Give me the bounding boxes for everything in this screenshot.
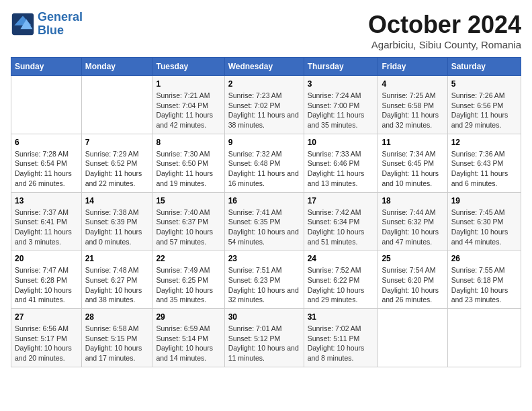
day-number: 5 <box>451 79 517 89</box>
calendar-cell: 26Sunrise: 7:55 AMSunset: 6:18 PMDayligh… <box>447 250 521 309</box>
day-info: Sunrise: 7:49 AMSunset: 6:25 PMDaylight:… <box>156 265 220 305</box>
day-info: Sunrise: 7:32 AMSunset: 6:48 PMDaylight:… <box>228 149 300 189</box>
logo-text: General Blue <box>38 11 83 38</box>
day-number: 28 <box>85 312 149 322</box>
day-number: 14 <box>85 196 149 205</box>
day-number: 11 <box>382 138 443 147</box>
day-number: 27 <box>15 312 78 322</box>
day-info: Sunrise: 7:25 AMSunset: 6:58 PMDaylight:… <box>382 91 443 130</box>
calendar-cell <box>378 309 447 367</box>
column-header-saturday: Saturday <box>447 58 521 76</box>
subtitle: Agarbiciu, Sibiu County, Romania <box>368 39 521 50</box>
day-info: Sunrise: 7:36 AMSunset: 6:43 PMDaylight:… <box>451 149 517 189</box>
column-header-sunday: Sunday <box>11 58 82 76</box>
calendar-cell: 6Sunrise: 7:28 AMSunset: 6:54 PMDaylight… <box>11 134 82 192</box>
main-title: October 2024 <box>368 11 521 39</box>
calendar-cell: 29Sunrise: 6:59 AMSunset: 5:14 PMDayligh… <box>152 309 224 367</box>
day-number: 16 <box>228 196 300 205</box>
day-info: Sunrise: 7:30 AMSunset: 6:50 PMDaylight:… <box>156 149 220 189</box>
calendar-table: SundayMondayTuesdayWednesdayThursdayFrid… <box>11 57 521 367</box>
calendar-cell: 14Sunrise: 7:38 AMSunset: 6:39 PMDayligh… <box>81 192 152 250</box>
calendar-cell: 13Sunrise: 7:37 AMSunset: 6:41 PMDayligh… <box>11 192 82 250</box>
day-info: Sunrise: 7:28 AMSunset: 6:54 PMDaylight:… <box>15 149 78 189</box>
day-number: 23 <box>228 254 300 263</box>
calendar-cell: 5Sunrise: 7:26 AMSunset: 6:56 PMDaylight… <box>447 76 521 134</box>
calendar-cell <box>447 309 521 367</box>
day-info: Sunrise: 7:55 AMSunset: 6:18 PMDaylight:… <box>451 265 517 305</box>
day-number: 30 <box>228 312 300 322</box>
logo-line2: Blue <box>38 24 64 37</box>
logo-icon <box>11 12 35 36</box>
day-info: Sunrise: 7:54 AMSunset: 6:20 PMDaylight:… <box>382 265 443 305</box>
calendar-cell: 15Sunrise: 7:40 AMSunset: 6:37 PMDayligh… <box>152 192 224 250</box>
logo: General Blue <box>11 11 83 38</box>
day-info: Sunrise: 7:34 AMSunset: 6:45 PMDaylight:… <box>382 149 443 189</box>
day-number: 2 <box>228 79 300 89</box>
day-info: Sunrise: 6:56 AMSunset: 5:17 PMDaylight:… <box>15 324 78 363</box>
calendar-cell: 23Sunrise: 7:51 AMSunset: 6:23 PMDayligh… <box>224 250 304 309</box>
day-number: 21 <box>85 254 149 263</box>
day-info: Sunrise: 7:02 AMSunset: 5:11 PMDaylight:… <box>308 324 375 363</box>
day-info: Sunrise: 7:42 AMSunset: 6:34 PMDaylight:… <box>308 208 375 247</box>
calendar-cell: 18Sunrise: 7:44 AMSunset: 6:32 PMDayligh… <box>378 192 447 250</box>
calendar-week-4: 20Sunrise: 7:47 AMSunset: 6:28 PMDayligh… <box>11 250 521 309</box>
day-number: 7 <box>85 138 149 147</box>
day-info: Sunrise: 7:40 AMSunset: 6:37 PMDaylight:… <box>156 208 220 247</box>
day-number: 3 <box>308 79 375 89</box>
calendar-cell: 17Sunrise: 7:42 AMSunset: 6:34 PMDayligh… <box>304 192 378 250</box>
day-info: Sunrise: 7:48 AMSunset: 6:27 PMDaylight:… <box>85 265 149 305</box>
calendar-cell: 3Sunrise: 7:24 AMSunset: 7:00 PMDaylight… <box>304 76 378 134</box>
day-number: 25 <box>382 254 443 263</box>
calendar-cell: 10Sunrise: 7:33 AMSunset: 6:46 PMDayligh… <box>304 134 378 192</box>
day-number: 13 <box>15 196 78 205</box>
day-info: Sunrise: 7:38 AMSunset: 6:39 PMDaylight:… <box>85 208 149 247</box>
day-info: Sunrise: 7:33 AMSunset: 6:46 PMDaylight:… <box>308 149 375 189</box>
day-info: Sunrise: 7:41 AMSunset: 6:35 PMDaylight:… <box>228 208 300 247</box>
calendar-cell: 20Sunrise: 7:47 AMSunset: 6:28 PMDayligh… <box>11 250 82 309</box>
day-info: Sunrise: 7:29 AMSunset: 6:52 PMDaylight:… <box>85 149 149 189</box>
day-info: Sunrise: 7:44 AMSunset: 6:32 PMDaylight:… <box>382 208 443 247</box>
calendar-cell: 1Sunrise: 7:21 AMSunset: 7:04 PMDaylight… <box>152 76 224 134</box>
calendar-cell: 9Sunrise: 7:32 AMSunset: 6:48 PMDaylight… <box>224 134 304 192</box>
day-info: Sunrise: 6:58 AMSunset: 5:15 PMDaylight:… <box>85 324 149 363</box>
calendar-cell: 12Sunrise: 7:36 AMSunset: 6:43 PMDayligh… <box>447 134 521 192</box>
calendar-cell: 4Sunrise: 7:25 AMSunset: 6:58 PMDaylight… <box>378 76 447 134</box>
calendar-cell: 21Sunrise: 7:48 AMSunset: 6:27 PMDayligh… <box>81 250 152 309</box>
day-info: Sunrise: 7:23 AMSunset: 7:02 PMDaylight:… <box>228 91 300 130</box>
day-info: Sunrise: 7:51 AMSunset: 6:23 PMDaylight:… <box>228 265 300 305</box>
day-info: Sunrise: 7:37 AMSunset: 6:41 PMDaylight:… <box>15 208 78 247</box>
calendar-cell <box>81 76 152 134</box>
day-number: 4 <box>382 79 443 89</box>
calendar-cell: 11Sunrise: 7:34 AMSunset: 6:45 PMDayligh… <box>378 134 447 192</box>
day-info: Sunrise: 7:01 AMSunset: 5:12 PMDaylight:… <box>228 324 300 363</box>
day-number: 6 <box>15 138 78 147</box>
calendar-cell: 24Sunrise: 7:52 AMSunset: 6:22 PMDayligh… <box>304 250 378 309</box>
day-info: Sunrise: 7:45 AMSunset: 6:30 PMDaylight:… <box>451 208 517 247</box>
column-header-friday: Friday <box>378 58 447 76</box>
day-info: Sunrise: 6:59 AMSunset: 5:14 PMDaylight:… <box>156 324 220 363</box>
calendar-cell: 7Sunrise: 7:29 AMSunset: 6:52 PMDaylight… <box>81 134 152 192</box>
day-number: 8 <box>156 138 220 147</box>
calendar-week-3: 13Sunrise: 7:37 AMSunset: 6:41 PMDayligh… <box>11 192 521 250</box>
calendar-week-2: 6Sunrise: 7:28 AMSunset: 6:54 PMDaylight… <box>11 134 521 192</box>
title-block: October 2024 Agarbiciu, Sibiu County, Ro… <box>368 11 521 50</box>
day-number: 17 <box>308 196 375 205</box>
column-header-thursday: Thursday <box>304 58 378 76</box>
day-number: 1 <box>156 79 220 89</box>
column-header-monday: Monday <box>81 58 152 76</box>
day-number: 20 <box>15 254 78 263</box>
day-number: 12 <box>451 138 517 147</box>
calendar-cell: 31Sunrise: 7:02 AMSunset: 5:11 PMDayligh… <box>304 309 378 367</box>
day-info: Sunrise: 7:52 AMSunset: 6:22 PMDaylight:… <box>308 265 375 305</box>
calendar-cell: 25Sunrise: 7:54 AMSunset: 6:20 PMDayligh… <box>378 250 447 309</box>
calendar-cell: 8Sunrise: 7:30 AMSunset: 6:50 PMDaylight… <box>152 134 224 192</box>
day-info: Sunrise: 7:21 AMSunset: 7:04 PMDaylight:… <box>156 91 220 130</box>
calendar-cell <box>11 76 82 134</box>
day-number: 15 <box>156 196 220 205</box>
logo-line1: General <box>38 10 83 24</box>
day-number: 31 <box>308 312 375 322</box>
day-info: Sunrise: 7:24 AMSunset: 7:00 PMDaylight:… <box>308 91 375 130</box>
calendar-cell: 30Sunrise: 7:01 AMSunset: 5:12 PMDayligh… <box>224 309 304 367</box>
day-number: 10 <box>308 138 375 147</box>
calendar-cell: 28Sunrise: 6:58 AMSunset: 5:15 PMDayligh… <box>81 309 152 367</box>
